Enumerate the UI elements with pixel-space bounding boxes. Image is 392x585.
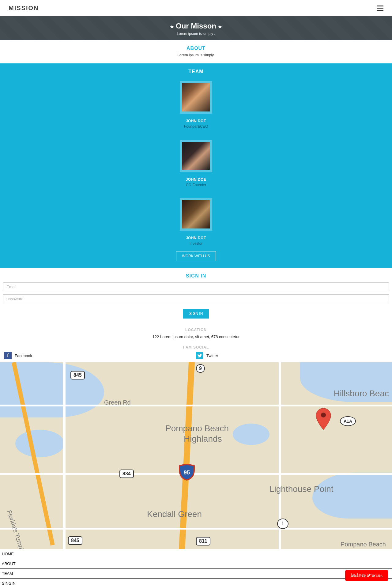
map-label: Pompano Beach	[165, 424, 229, 433]
about-heading: ABOUT	[0, 46, 392, 51]
team-heading: TEAM	[0, 69, 392, 74]
hero-subtitle: Lorem ipsum is simply .	[0, 32, 392, 36]
twitter-label: Twitter	[206, 353, 218, 358]
about-section: ABOUT Lorem ipsum is simply.	[0, 40, 392, 63]
avatar	[182, 142, 210, 170]
footer-nav-signin[interactable]: SINGIN	[0, 579, 392, 585]
member-name: JOHN DOE	[0, 236, 392, 240]
header: MISSION	[0, 0, 392, 16]
route-shield: 1	[277, 519, 288, 529]
hero-banner: ★Our Misson★ Lorem ipsum is simply .	[0, 16, 392, 40]
facebook-link[interactable]: f Facebook	[4, 352, 196, 359]
social-heading: I AM SOCIAL	[0, 345, 392, 349]
avatar	[182, 83, 210, 111]
avatar-frame	[180, 81, 212, 114]
avatar	[182, 200, 210, 228]
route-shield: 845	[70, 371, 85, 379]
map-label: Highlands	[184, 434, 222, 444]
interstate-shield: 95	[178, 463, 195, 481]
logo[interactable]: MISSION	[9, 5, 39, 12]
svg-point-1	[321, 413, 326, 417]
team-member: JOHN DOE Founder&CEO	[0, 81, 392, 129]
signin-section: SIGN IN SIGN IN	[0, 268, 392, 325]
star-icon: ★	[218, 24, 222, 29]
map-label: Hillsboro Beac	[334, 389, 389, 398]
footer-nav-about[interactable]: ABOUT	[0, 559, 392, 569]
member-role: Investor	[0, 241, 392, 246]
avatar-frame	[180, 198, 212, 231]
map-pin-icon	[315, 408, 331, 430]
hero-title: ★Our Misson★	[0, 22, 392, 30]
twitter-icon	[196, 352, 203, 359]
svg-text:95: 95	[184, 470, 190, 476]
footer-nav: HOME ABOUT TEAM SINGIN	[0, 549, 392, 585]
twitter-link[interactable]: Twitter	[196, 352, 388, 359]
team-section: TEAM JOHN DOE Founder&CEO JOHN DOE CO-Fo…	[0, 63, 392, 268]
map-label: Pompano Beach	[341, 541, 386, 548]
purchase-button[interactable]: å‰å¾€è´­ä¹°æ¨¡æ¿	[345, 570, 388, 581]
avatar-frame	[180, 140, 212, 172]
work-with-us-button[interactable]: WORK WITH US	[176, 251, 216, 261]
route-shield: 811	[196, 537, 210, 545]
map[interactable]: 845 845 834 811 9 1 A1A 95 Hillsboro Bea…	[0, 362, 392, 549]
location-section: LOCATION 122 Lorem ipsum dolor, sit amet…	[0, 325, 392, 341]
map-label: Kendall Green	[147, 509, 202, 519]
facebook-icon: f	[4, 352, 12, 359]
route-shield: A1A	[340, 416, 356, 426]
member-name: JOHN DOE	[0, 177, 392, 182]
member-role: CO-Founder	[0, 183, 392, 187]
route-shield: 9	[196, 364, 205, 373]
footer-nav-home[interactable]: HOME	[0, 549, 392, 559]
route-shield: 834	[119, 470, 134, 478]
about-text: Lorem ipsum is simply.	[0, 53, 392, 57]
signin-heading: SIGN IN	[3, 273, 389, 279]
facebook-label: Facebook	[15, 353, 32, 358]
route-shield: 845	[68, 536, 82, 545]
password-field[interactable]	[3, 294, 389, 303]
footer-nav-team[interactable]: TEAM	[0, 569, 392, 579]
signin-button[interactable]: SIGN IN	[183, 309, 209, 319]
map-label: Green Rd	[104, 399, 131, 406]
map-label: Lighthouse Point	[270, 484, 334, 494]
team-member: JOHN DOE CO-Founder	[0, 140, 392, 187]
email-field[interactable]	[3, 282, 389, 291]
location-address: 122 Lorem ipsum dolor, sit amet, 678 con…	[0, 334, 392, 339]
menu-icon[interactable]	[377, 4, 383, 12]
social-row: f Facebook Twitter	[0, 352, 392, 362]
member-role: Founder&CEO	[0, 124, 392, 129]
star-icon: ★	[170, 24, 174, 29]
member-name: JOHN DOE	[0, 119, 392, 123]
team-member: JOHN DOE Investor	[0, 198, 392, 246]
location-heading: LOCATION	[0, 328, 392, 332]
